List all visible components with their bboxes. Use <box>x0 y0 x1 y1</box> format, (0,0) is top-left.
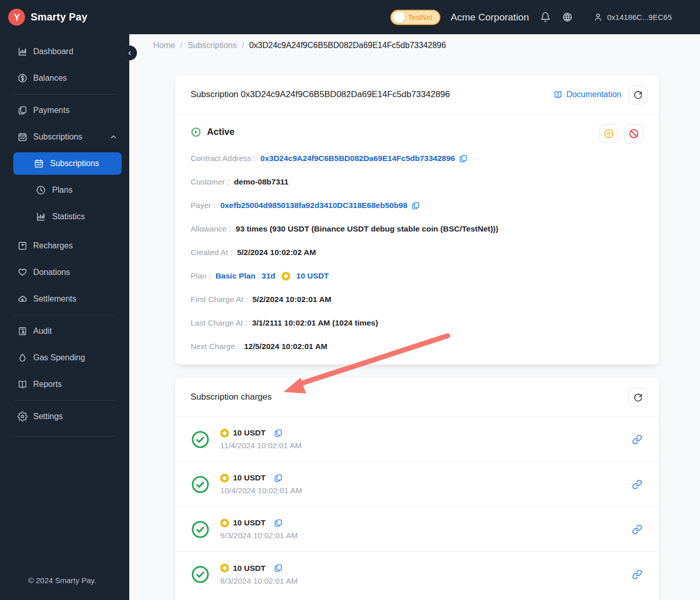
charge-row: 10 USDT 8/3/2024 10:02:01 AM <box>175 552 659 597</box>
wallet-account[interactable]: 0x14186C...9EC65 <box>593 12 672 22</box>
book-icon <box>553 90 563 99</box>
detail-row-last-charge: Last Charge At 3/1/2111 10:02:01 AM (102… <box>191 318 643 328</box>
usdt-coin-icon <box>220 564 229 572</box>
sidebar-item-gas-spending[interactable]: Gas Spending <box>0 344 129 371</box>
success-check-icon <box>191 520 210 539</box>
dashboard-chart-icon <box>17 47 28 57</box>
breadcrumb-current: 0x3D24c9A24f9C6B5BD082Da69E14Fc5db733428… <box>249 41 446 50</box>
sidebar-item-payments[interactable]: Payments <box>0 97 129 124</box>
copy-icon[interactable] <box>274 429 283 437</box>
sidebar-divider <box>14 94 115 95</box>
copy-icon[interactable] <box>274 519 283 527</box>
ban-icon <box>628 128 639 139</box>
documentation-link[interactable]: Documentation <box>553 90 621 99</box>
transaction-link-icon[interactable] <box>632 479 642 490</box>
settlements-cloud-icon <box>17 294 28 304</box>
detail-row-allowance: Allowance 93 times (930 USDT (Binance US… <box>191 224 643 234</box>
field-label: Allowance <box>191 224 236 234</box>
sidebar-item-label: Donations <box>33 268 70 277</box>
usdt-coin-icon <box>220 519 229 527</box>
charge-amount: 10 USDT <box>233 518 266 527</box>
sidebar-subitem-statistics[interactable]: Statistics <box>0 203 129 230</box>
sidebar-subitem-label: Subscriptions <box>50 159 99 168</box>
cancel-subscription-button[interactable] <box>624 124 643 143</box>
created-at-value: 5/2/2024 10:02:02 AM <box>237 248 316 257</box>
field-label: First Charge At <box>191 295 252 304</box>
pause-subscription-button[interactable] <box>599 124 618 143</box>
language-globe-icon[interactable] <box>562 12 573 22</box>
testnet-toggle[interactable]: TestNet <box>390 10 440 25</box>
sidebar-item-label: Audit <box>33 327 52 336</box>
notifications-bell-icon[interactable] <box>540 12 551 22</box>
detail-row-contract: Contract Address 0x3D24c9A24f9C6B5BD082D… <box>191 153 643 164</box>
documentation-label: Documentation <box>566 90 621 99</box>
breadcrumb-separator: / <box>180 41 182 50</box>
payer-address-link[interactable]: 0xefb25004d9850138fa92d3410DC318E68eb50b… <box>220 201 407 210</box>
detail-row-customer: Customer demo-08b7311 <box>191 177 643 187</box>
detail-row-first-charge: First Charge At 5/2/2024 10:02:01 AM <box>191 294 643 305</box>
brand-name: Smarty Pay <box>31 11 87 23</box>
balances-dollar-icon <box>17 73 28 83</box>
contract-address-link[interactable]: 0x3D24c9A24f9C6B5BD082Da69E14Fc5db733428… <box>261 154 455 163</box>
sidebar-item-recharges[interactable]: Recharges <box>0 233 129 259</box>
subscription-card-title: Subscription 0x3D24c9A24f9C6B5BD082Da69E… <box>191 89 450 100</box>
transaction-link-icon[interactable] <box>632 524 642 535</box>
transaction-link-icon[interactable] <box>632 569 642 580</box>
field-label: Customer <box>191 177 234 187</box>
detail-row-next-charge: Next Charge 12/5/2024 10:02:01 AM <box>191 341 643 352</box>
copy-icon[interactable] <box>411 201 420 210</box>
active-play-icon <box>191 127 201 137</box>
breadcrumb: Home / Subscriptions / 0x3D24c9A24f9C6B5… <box>153 41 446 50</box>
main-content: Home / Subscriptions / 0x3D24c9A24f9C6B5… <box>129 34 700 600</box>
top-bar: Smarty Pay TestNet Acme Corporation 0x14… <box>0 0 700 34</box>
sidebar-item-label: Payments <box>33 106 69 115</box>
sidebar-item-settings[interactable]: Settings <box>0 403 129 430</box>
sidebar-item-dashboard[interactable]: Dashboard <box>0 38 129 65</box>
sidebar-item-balances[interactable]: Balances <box>0 65 129 91</box>
sidebar-item-subscriptions[interactable]: Subscriptions <box>0 124 129 150</box>
plan-price: 10 USDT <box>296 271 329 281</box>
sidebar-collapse-button[interactable] <box>122 45 137 60</box>
sidebar-item-audit[interactable]: Audit <box>0 318 129 344</box>
field-label: Next Charge <box>191 342 244 351</box>
breadcrumb-subscriptions[interactable]: Subscriptions <box>188 41 237 50</box>
sidebar-item-label: Settlements <box>33 294 76 304</box>
charge-row: 10 USDT 11/4/2024 10:02:01 AM <box>175 417 659 462</box>
copy-icon[interactable] <box>274 564 283 572</box>
audit-document-icon <box>17 326 28 336</box>
sidebar-nav: Dashboard Balances Payments Subscription… <box>0 0 129 600</box>
gas-drop-icon <box>17 353 28 363</box>
charges-card-title: Subscription charges <box>191 392 272 402</box>
refresh-charges-button[interactable] <box>628 388 647 407</box>
sidebar-item-settlements[interactable]: Settlements <box>0 286 129 312</box>
brand[interactable]: Smarty Pay <box>0 9 129 26</box>
sidebar-item-label: Recharges <box>33 241 73 250</box>
copy-icon[interactable] <box>274 474 283 482</box>
detail-row-plan: Plan Basic Plan 31d 10 USDT <box>191 271 643 281</box>
sidebar-subitem-subscriptions-selected[interactable]: Subscriptions <box>13 152 122 175</box>
toggle-knob <box>393 12 405 23</box>
usdt-coin-icon <box>220 474 229 482</box>
sidebar-divider <box>14 400 115 401</box>
plan-name-link[interactable]: Basic Plan <box>216 271 255 281</box>
sidebar-item-reports[interactable]: Reports <box>0 371 129 398</box>
sidebar-item-label: Gas Spending <box>33 353 85 362</box>
copy-icon[interactable] <box>459 154 468 163</box>
transaction-link-icon[interactable] <box>632 434 642 445</box>
breadcrumb-separator: / <box>242 41 244 50</box>
charge-row: 10 USDT 10/4/2024 10:02:01 AM <box>175 462 659 507</box>
first-charge-value: 5/2/2024 10:02:01 AM <box>252 295 332 304</box>
breadcrumb-home[interactable]: Home <box>153 41 175 50</box>
sidebar-item-donations[interactable]: Donations <box>0 259 129 286</box>
charge-amount: 10 USDT <box>233 428 266 437</box>
field-label: Contract Address <box>191 154 261 163</box>
statistics-chart-icon <box>36 212 46 222</box>
refresh-button[interactable] <box>628 85 647 104</box>
sidebar-subitem-plans[interactable]: Plans <box>0 177 129 203</box>
success-check-icon <box>191 475 210 494</box>
donations-heart-icon <box>17 267 28 278</box>
sidebar-subitem-label: Statistics <box>52 212 85 221</box>
settings-gear-icon <box>17 411 28 422</box>
reports-book-icon <box>17 379 28 389</box>
allowance-value: 93 times (930 USDT (Binance USDT debug s… <box>236 224 498 234</box>
